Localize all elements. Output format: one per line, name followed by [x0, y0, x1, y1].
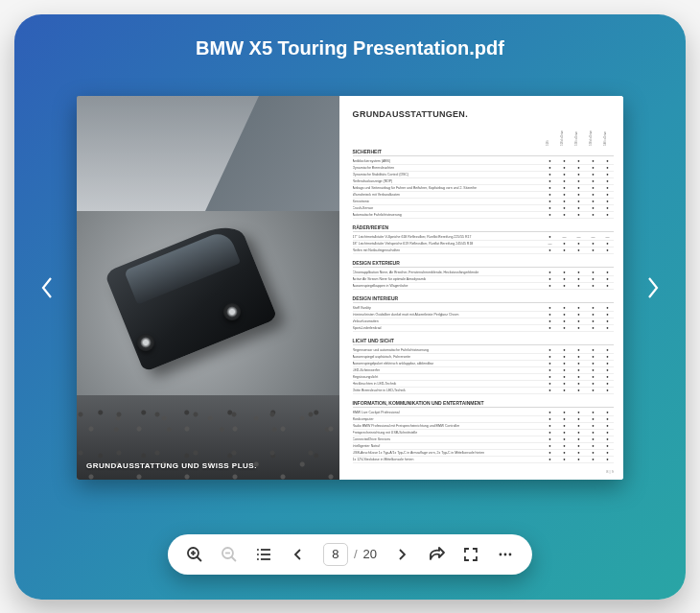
spec-row-marks: ●●●●● [546, 409, 614, 415]
next-page-arrow[interactable] [636, 271, 670, 305]
spec-row-label: Sport-Lederlenkrad [353, 326, 546, 330]
spec-mark: ● [560, 360, 569, 366]
zoom-out-button[interactable] [220, 545, 239, 564]
spec-row-label: 18" Leichtmetallräder Vielspeiche 619 Re… [353, 242, 546, 246]
spec-row: Sport-Lederlenkrad●●●●● [353, 325, 614, 332]
spec-row-marks: ●●●●● [546, 449, 614, 456]
spec-mark: ● [546, 449, 554, 456]
toolbar-prev-button[interactable] [289, 545, 308, 564]
page-number-input[interactable] [323, 543, 348, 566]
spec-mark: ● [574, 380, 583, 387]
spec-mark: ● [574, 240, 583, 247]
spec-mark: ● [589, 282, 597, 289]
spec-mark: ● [603, 449, 612, 456]
spec-mark: ● [546, 204, 554, 211]
left-page-caption: GRUNDAUSSTATTUNG UND SWISS PLUS. [86, 461, 257, 470]
spec-mark: ● [603, 240, 612, 247]
car-illustration [77, 96, 339, 480]
spec-section-title: DESIGN INTERIEUR [353, 295, 614, 303]
spec-mark: ● [574, 204, 583, 211]
prev-page-arrow[interactable] [30, 271, 64, 305]
spec-section: DESIGN INTERIEURStoff Vivality●●●●●Inter… [353, 295, 614, 332]
spec-mark: ● [574, 171, 583, 177]
spec-section: RÄDER/REIFEN17" Leichtmetallräder V-Spei… [353, 224, 614, 254]
fullscreen-button[interactable] [461, 545, 480, 564]
right-page: GRUNDAUSSTATTUNGEN. 520i520d xDrive530i … [339, 96, 623, 480]
spec-row-marks: ●●●●● [546, 311, 614, 318]
spec-row-marks: ●●●●● [546, 380, 614, 387]
spec-column-header: 520i [546, 129, 554, 146]
spec-mark: ● [574, 360, 583, 366]
zoom-in-button[interactable] [185, 545, 204, 564]
chevron-right-icon [644, 274, 662, 301]
spec-mark: ● [589, 177, 597, 184]
share-button[interactable] [427, 545, 446, 564]
spec-mark: ● [560, 275, 569, 282]
spec-mark: ● [546, 360, 554, 366]
spec-mark: ● [574, 422, 583, 429]
spec-row-label: Freisprecheinrichtung mit USB-Schnittste… [353, 431, 546, 435]
spec-row-marks: ●●●●● [546, 211, 614, 218]
spec-mark: ● [589, 373, 597, 380]
spec-mark: ● [546, 429, 554, 436]
spec-column-headers: 520i520d xDrive530i xDrive530d xDrive540… [353, 129, 614, 146]
spec-mark: ● [560, 353, 569, 360]
spec-mark: ● [574, 269, 583, 275]
spec-mark: ● [546, 304, 554, 311]
spec-mark: — [574, 233, 583, 240]
spec-mark: ● [603, 177, 612, 184]
spec-row: Reifen mit Notlaufeigenschaften●●●●● [353, 248, 614, 254]
spec-mark: ● [589, 164, 597, 171]
spec-column-header: 540i xDrive [603, 129, 612, 146]
document-title: BMW X5 Touring Presentation.pdf [22, 37, 678, 59]
spec-mark: ● [546, 247, 554, 253]
spec-mark: ● [603, 360, 612, 366]
spec-mark: ● [589, 346, 597, 353]
spec-mark: ● [603, 184, 612, 191]
spec-mark: ● [560, 198, 569, 204]
svg-point-10 [257, 549, 259, 551]
spec-mark: ● [546, 380, 554, 387]
spec-row-label: Interieurleisten Oxidsilber dunkel matt … [353, 313, 546, 317]
spec-mark: ● [574, 311, 583, 318]
svg-point-13 [500, 553, 502, 555]
spec-row-marks: ●●●●● [546, 346, 614, 353]
spec-mark: ● [560, 157, 569, 164]
outline-button[interactable] [254, 545, 273, 564]
spec-mark: ● [560, 177, 569, 184]
spec-section: DESIGN EXTERIEURChromapplikation Niere, … [353, 260, 614, 290]
left-page: GRUNDAUSSTATTUNG UND SWISS PLUS. [77, 96, 339, 480]
spec-mark: ● [603, 429, 612, 436]
spec-row-label: Reifen mit Notlaufeigenschaften [353, 248, 546, 252]
spec-mark: ● [546, 198, 554, 204]
spec-row-marks: ●●●●● [546, 247, 614, 253]
spec-column-header: 530d xDrive [589, 129, 597, 146]
spec-mark: ● [574, 164, 583, 171]
spec-mark: ● [574, 157, 583, 164]
spec-mark: ● [546, 353, 554, 360]
spec-mark: ● [589, 247, 597, 253]
spec-row-marks: ●●●●● [546, 456, 614, 462]
more-button[interactable] [496, 545, 515, 564]
spec-mark: ● [560, 240, 569, 247]
spec-row-label: ConnectedDrive Services [353, 437, 546, 441]
spec-mark: ● [574, 198, 583, 204]
spec-mark: ● [589, 436, 597, 442]
spec-mark: ● [560, 449, 569, 456]
spec-mark: ● [574, 429, 583, 436]
spec-mark: ● [589, 353, 597, 360]
spec-mark: ● [560, 204, 569, 211]
spec-mark: ● [589, 198, 597, 204]
spec-mark: ● [603, 436, 612, 442]
spec-mark: ● [574, 373, 583, 380]
spec-mark: ● [589, 269, 597, 275]
spec-mark: ● [546, 275, 554, 282]
spec-mark: ● [546, 456, 554, 462]
spec-row-marks: ●●●●● [546, 442, 614, 449]
total-pages: 20 [363, 547, 377, 561]
toolbar-next-button[interactable] [392, 545, 411, 564]
spec-mark: ● [603, 324, 612, 331]
spec-row: Automatische Fahrlichtsteuerung●●●●● [353, 212, 614, 219]
spec-mark: ● [546, 184, 554, 191]
spec-mark: ● [560, 409, 569, 415]
